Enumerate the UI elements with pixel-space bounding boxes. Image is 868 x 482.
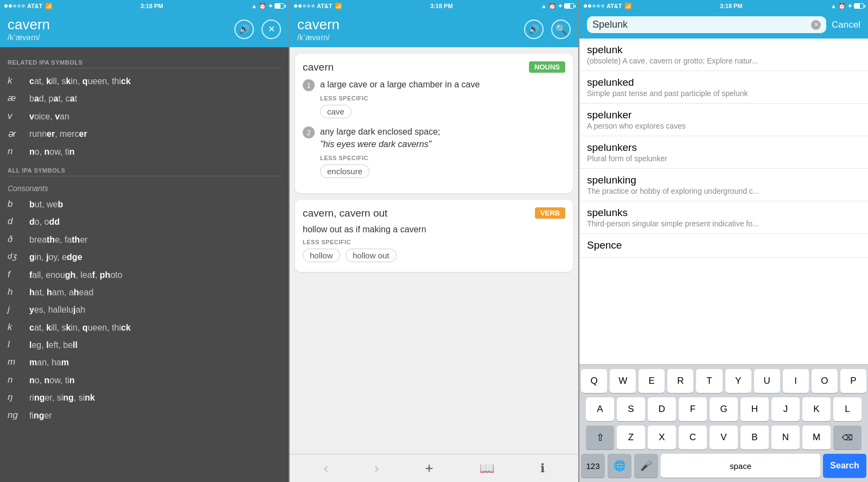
- search-button-2[interactable]: 🔍: [551, 20, 571, 39]
- ipa-word-title: cavern: [8, 16, 234, 33]
- def-nav-header: cavern /kˈævərn/ 🔊 🔍: [290, 12, 578, 47]
- ipa-nav-icons: 🔊 ✕: [234, 20, 281, 39]
- key-B[interactable]: B: [741, 426, 769, 449]
- key-M[interactable]: M: [802, 426, 831, 449]
- result-def-spelunk: (obsolete) A cave, cavern or grotto; Exp…: [587, 56, 860, 65]
- cancel-button[interactable]: Cancel: [832, 20, 860, 30]
- ipa-row-er[interactable]: ər runner, mercer: [8, 125, 281, 143]
- tag-hollow[interactable]: hollow: [303, 249, 340, 262]
- location-icon-3: ▲: [831, 3, 837, 9]
- key-N[interactable]: N: [771, 426, 800, 449]
- tag-hollow-out[interactable]: hollow out: [346, 249, 397, 262]
- key-shift[interactable]: ⇧: [586, 426, 614, 449]
- ipa-row-h[interactable]: h hat, ham, ahead: [8, 284, 281, 301]
- ipa-row-j[interactable]: j yes, hallelujah: [8, 301, 281, 319]
- noun-card-word: cavern: [303, 61, 334, 73]
- key-J[interactable]: J: [771, 397, 800, 421]
- key-A[interactable]: A: [586, 397, 614, 421]
- key-U[interactable]: U: [754, 369, 780, 393]
- key-X[interactable]: X: [648, 426, 676, 449]
- ipa-row-v[interactable]: v voice, van: [8, 108, 281, 125]
- key-G[interactable]: G: [710, 397, 738, 421]
- close-button-1[interactable]: ✕: [261, 20, 281, 39]
- kb-row-3: ⇧ Z X C V B N M ⌫: [581, 426, 866, 449]
- search-input[interactable]: [592, 19, 808, 30]
- ipa-row-n2[interactable]: n no, now, tin: [8, 372, 281, 389]
- key-H[interactable]: H: [741, 397, 769, 421]
- speaker-button-2[interactable]: 🔊: [524, 20, 544, 39]
- info-icon: ℹ: [540, 461, 545, 475]
- search-icon-2: 🔍: [555, 23, 567, 35]
- key-I[interactable]: I: [783, 369, 809, 393]
- key-search[interactable]: Search: [823, 454, 866, 478]
- add-button[interactable]: +: [422, 456, 437, 480]
- ipa-row-f[interactable]: f fall, enough, leaf, photo: [8, 267, 281, 284]
- tag-enclosure[interactable]: enclosure: [320, 164, 369, 178]
- key-delete[interactable]: ⌫: [833, 426, 861, 449]
- result-spelunker[interactable]: spelunker A person who explores caves: [579, 104, 868, 136]
- verb-pos-badge: VERB: [535, 207, 565, 219]
- speaker-button-1[interactable]: 🔊: [234, 20, 254, 39]
- key-num[interactable]: 123: [581, 454, 605, 478]
- search-results-list: spelunk (obsolete) A cave, cavern or gro…: [579, 39, 868, 364]
- key-L[interactable]: L: [833, 397, 861, 421]
- ipa-row-eth[interactable]: ð breathe, father: [8, 231, 281, 249]
- key-Q[interactable]: Q: [581, 369, 607, 393]
- ipa-row-ng2[interactable]: ng finger: [8, 407, 281, 424]
- forward-button[interactable]: ›: [371, 456, 382, 480]
- result-spelunks[interactable]: spelunks Third-person singular simple pr…: [579, 201, 868, 234]
- result-spelunked[interactable]: spelunked Simple past tense and past par…: [579, 71, 868, 104]
- key-D[interactable]: D: [648, 397, 676, 421]
- key-Y[interactable]: Y: [725, 369, 751, 393]
- key-globe[interactable]: 🌐: [608, 454, 631, 478]
- search-clear-button[interactable]: ✕: [811, 20, 821, 30]
- ipa-row-k1[interactable]: k cat, kill, skin, queen, thick: [8, 73, 281, 90]
- key-C[interactable]: C: [679, 426, 707, 449]
- key-F[interactable]: F: [679, 397, 707, 421]
- key-O[interactable]: O: [812, 369, 838, 393]
- ipa-title-area: cavern /kˈævərn/: [8, 16, 234, 42]
- book-button[interactable]: 📖: [476, 458, 497, 479]
- ipa-row-l[interactable]: l leg, left, bell: [8, 337, 281, 354]
- ipa-symbol-h: h: [8, 287, 21, 297]
- result-def-spelunked: Simple past tense and past participle of…: [587, 89, 860, 98]
- tag-cave[interactable]: cave: [320, 105, 352, 118]
- ipa-row-k2[interactable]: k cat, kill, skin, queen, thick: [8, 319, 281, 337]
- ipa-examples-l: leg, left, bell: [29, 339, 78, 351]
- def-text-content-1: a large cave or a large chamber in a cav…: [320, 79, 480, 91]
- key-E[interactable]: E: [639, 369, 665, 393]
- result-spelunk[interactable]: spelunk (obsolete) A cave, cavern or gro…: [579, 39, 868, 71]
- key-R[interactable]: R: [667, 369, 693, 393]
- ipa-examples-v: voice, van: [29, 111, 69, 123]
- speaker-icon-2: 🔊: [528, 24, 539, 34]
- def-number-1: 1: [303, 79, 315, 91]
- key-space[interactable]: space: [661, 454, 820, 478]
- ipa-row-dz[interactable]: dʒ gin, joy, edge: [8, 249, 281, 266]
- ipa-row-d[interactable]: d do, odd: [8, 213, 281, 231]
- def-text-2: any large dark enclosed space; "his eyes…: [320, 126, 440, 180]
- def-text-quote-2: "his eyes were dark caverns": [320, 138, 440, 150]
- info-button[interactable]: ℹ: [537, 458, 548, 479]
- ipa-row-ng1[interactable]: ŋ ringer, sing, sink: [8, 389, 281, 407]
- result-spence[interactable]: Spence: [579, 234, 868, 258]
- result-word-spelunk: spelunk: [587, 44, 860, 56]
- ipa-row-b[interactable]: b but, web: [8, 196, 281, 213]
- key-mic[interactable]: 🎤: [634, 454, 658, 478]
- ipa-row-ae[interactable]: æ bad, pat, cat: [8, 90, 281, 107]
- result-def-spelunker: A person who explores caves: [587, 122, 860, 130]
- key-P[interactable]: P: [840, 369, 866, 393]
- key-T[interactable]: T: [696, 369, 722, 393]
- key-S[interactable]: S: [617, 397, 645, 421]
- key-Z[interactable]: Z: [617, 426, 645, 449]
- ipa-row-n1[interactable]: n no, now, tin: [8, 143, 281, 161]
- result-spelunking[interactable]: spelunking The practice or hobby of expl…: [579, 169, 868, 201]
- ipa-symbol-k2: k: [8, 322, 21, 333]
- result-spelunkers[interactable]: spelunkers Plural form of spelunker: [579, 136, 868, 169]
- ipa-examples-k1: cat, kill, skin, queen, thick: [29, 75, 131, 87]
- back-button[interactable]: ‹: [320, 456, 331, 480]
- key-W[interactable]: W: [610, 369, 636, 393]
- forward-icon: ›: [374, 460, 379, 477]
- ipa-row-m[interactable]: m man, ham: [8, 354, 281, 371]
- key-K[interactable]: K: [802, 397, 831, 421]
- key-V[interactable]: V: [710, 426, 738, 449]
